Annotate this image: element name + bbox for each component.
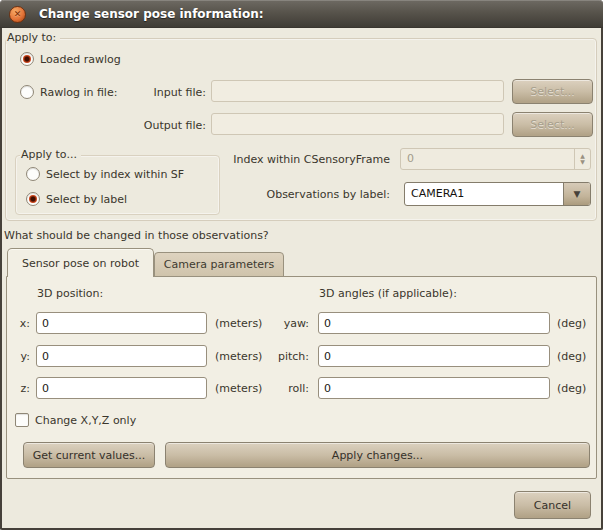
window-title: Change sensor pose information:: [39, 7, 264, 21]
position-heading: 3D position:: [37, 287, 103, 300]
z-unit: (meters): [215, 382, 262, 395]
x-input[interactable]: [36, 312, 207, 334]
observations-combo[interactable]: CAMERA1 ▼: [404, 182, 591, 206]
roll-input[interactable]: [318, 377, 550, 399]
combo-dropdown-button[interactable]: ▼: [563, 183, 590, 205]
sensor-pose-panel: 3D position: 3D angles (if applicable): …: [6, 276, 597, 479]
y-input[interactable]: [36, 345, 207, 367]
input-file-label: Input file:: [106, 86, 206, 99]
cancel-button[interactable]: Cancel: [514, 491, 591, 519]
apply-mode-legend: Apply to...: [20, 148, 81, 161]
radio-select-by-label-label: Select by label: [46, 193, 127, 206]
dialog-change-sensor-pose: ✕ Change sensor pose information: Apply …: [0, 0, 603, 530]
radio-select-by-index[interactable]: [26, 167, 40, 181]
observations-combo-value: CAMERA1: [405, 183, 563, 205]
change-xyz-only-checkbox[interactable]: [15, 413, 29, 427]
output-file-select-button[interactable]: Select...: [512, 112, 593, 137]
roll-unit: (deg): [557, 382, 586, 395]
output-file-field[interactable]: [211, 113, 504, 135]
radio-rawlog-in-file[interactable]: [20, 85, 34, 99]
dropdown-icon: ▼: [574, 189, 581, 199]
roll-label: roll:: [257, 382, 309, 395]
radio-loaded-rawlog[interactable]: [20, 52, 34, 66]
index-within-sf-value: 0: [401, 149, 574, 169]
yaw-input[interactable]: [318, 312, 550, 334]
input-file-select-button[interactable]: Select...: [512, 79, 593, 104]
yaw-unit: (deg): [557, 317, 586, 330]
yaw-label: yaw:: [257, 317, 309, 330]
radio-select-by-label[interactable]: [26, 192, 40, 206]
close-icon: ✕: [14, 9, 22, 19]
input-file-field[interactable]: [211, 80, 504, 102]
pitch-unit: (deg): [557, 350, 586, 363]
get-current-values-button[interactable]: Get current values...: [23, 442, 155, 468]
spinner-arrows[interactable]: ▲▼: [574, 149, 590, 169]
angles-heading: 3D angles (if applicable):: [319, 287, 457, 300]
y-unit: (meters): [215, 350, 262, 363]
index-within-sf-label: Index within CSensoryFrame: [228, 153, 390, 166]
apply-changes-button[interactable]: Apply changes...: [165, 442, 590, 468]
question-label: What should be changed in those observat…: [4, 229, 269, 242]
output-file-label: Output file:: [106, 119, 206, 132]
tab-camera-parameters[interactable]: Camera parameters: [154, 252, 284, 277]
pitch-label: pitch:: [257, 350, 309, 363]
x-unit: (meters): [215, 317, 262, 330]
index-within-sf-spinner[interactable]: 0 ▲▼: [400, 148, 591, 170]
z-input[interactable]: [36, 377, 207, 399]
close-button[interactable]: ✕: [9, 6, 26, 23]
tab-camera-parameters-label: Camera parameters: [164, 258, 274, 271]
observations-by-label-label: Observations by label:: [228, 188, 390, 201]
pitch-input[interactable]: [318, 345, 550, 367]
tab-sensor-pose-label: Sensor pose on robot: [22, 257, 139, 270]
apply-to-legend: Apply to:: [6, 31, 60, 44]
title-bar[interactable]: ✕ Change sensor pose information:: [0, 0, 603, 28]
x-label: x:: [12, 317, 30, 330]
z-label: z:: [12, 382, 30, 395]
spin-down-icon[interactable]: ▼: [580, 159, 585, 165]
apply-mode-frame: Apply to... Select by index within SF Se…: [15, 155, 220, 215]
apply-to-frame: Apply to: Loaded rawlog Rawlog in file: …: [5, 38, 597, 221]
tab-sensor-pose[interactable]: Sensor pose on robot: [7, 248, 154, 277]
change-xyz-only-label: Change X,Y,Z only: [35, 414, 136, 427]
radio-select-by-index-label: Select by index within SF: [46, 168, 184, 181]
y-label: y:: [12, 350, 30, 363]
radio-loaded-rawlog-label: Loaded rawlog: [40, 53, 121, 66]
